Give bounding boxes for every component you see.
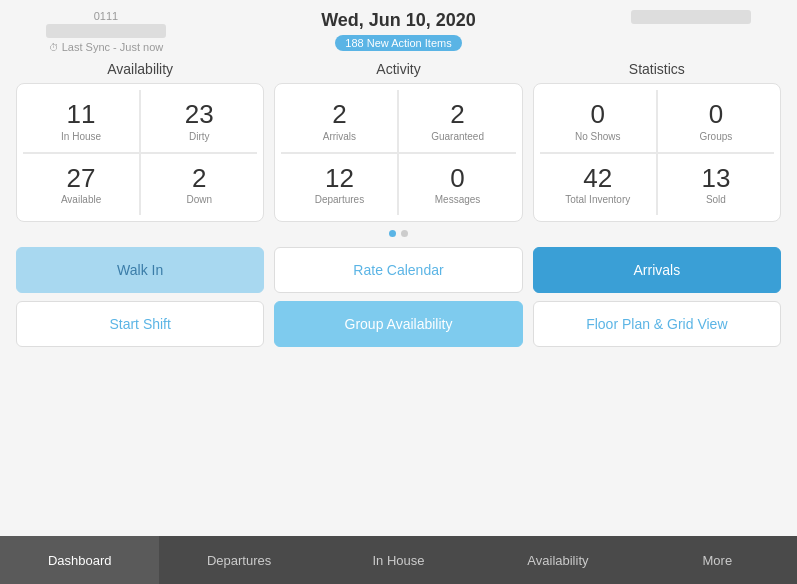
messages-value: 0: [450, 164, 464, 193]
available-label: Available: [61, 194, 101, 205]
activity-label: Activity: [274, 61, 522, 77]
carousel-dots: [16, 230, 781, 237]
stat-guaranteed: 2 Guaranteed: [398, 90, 515, 153]
main-content: 0111 ⏱ Last Sync - Just now Wed, Jun 10,…: [0, 0, 797, 536]
groups-value: 0: [709, 100, 723, 129]
stat-sold: 13 Sold: [657, 153, 774, 216]
buttons-row-2: Start Shift Group Availability Floor Pla…: [16, 301, 781, 347]
top-center: Wed, Jun 10, 2020 188 New Action Items: [321, 10, 476, 51]
top-right: [601, 10, 781, 27]
stat-groups: 0 Groups: [657, 90, 774, 153]
stat-down: 2 Down: [140, 153, 257, 216]
messages-label: Messages: [435, 194, 481, 205]
rate-calendar-button[interactable]: Rate Calendar: [274, 247, 522, 293]
start-shift-button[interactable]: Start Shift: [16, 301, 264, 347]
section-labels-row: Availability Activity Statistics: [16, 61, 781, 77]
activity-panel: 2 Arrivals 2 Guaranteed 12 Departures 0 …: [274, 83, 522, 222]
stats-grid: 11 In House 23 Dirty 27 Available 2 Down…: [16, 83, 781, 222]
sold-value: 13: [701, 164, 730, 193]
dot-2[interactable]: [401, 230, 408, 237]
guaranteed-label: Guaranteed: [431, 131, 484, 142]
stat-available: 27 Available: [23, 153, 140, 216]
dirty-value: 23: [185, 100, 214, 129]
tab-in-house[interactable]: In House: [319, 536, 478, 584]
departures-value: 12: [325, 164, 354, 193]
down-value: 2: [192, 164, 206, 193]
available-value: 27: [67, 164, 96, 193]
sync-label: Last Sync - Just now: [62, 41, 164, 53]
top-bar: 0111 ⏱ Last Sync - Just now Wed, Jun 10,…: [16, 10, 781, 53]
departures-label: Departures: [315, 194, 364, 205]
statistics-label: Statistics: [533, 61, 781, 77]
stat-total-inventory: 42 Total Inventory: [540, 153, 657, 216]
blurred-info-left: [46, 24, 166, 38]
buttons-row-1: Walk In Rate Calendar Arrivals: [16, 247, 781, 293]
down-label: Down: [186, 194, 212, 205]
no-shows-label: No Shows: [575, 131, 621, 142]
dirty-label: Dirty: [189, 131, 210, 142]
stat-departures: 12 Departures: [281, 153, 398, 216]
in-house-value: 11: [67, 100, 96, 129]
clock-icon: ⏱: [49, 42, 59, 53]
guaranteed-value: 2: [450, 100, 464, 129]
in-house-label: In House: [61, 131, 101, 142]
tab-departures[interactable]: Departures: [159, 536, 318, 584]
sync-status: ⏱ Last Sync - Just now: [49, 41, 164, 53]
availability-label: Availability: [16, 61, 264, 77]
tab-more[interactable]: More: [638, 536, 797, 584]
dot-1[interactable]: [389, 230, 396, 237]
total-inventory-label: Total Inventory: [565, 194, 630, 205]
arrivals-value: 2: [332, 100, 346, 129]
total-inventory-value: 42: [583, 164, 612, 193]
stat-in-house: 11 In House: [23, 90, 140, 153]
room-number: 0111: [94, 10, 118, 22]
floor-plan-button[interactable]: Floor Plan & Grid View: [533, 301, 781, 347]
top-left: 0111 ⏱ Last Sync - Just now: [16, 10, 196, 53]
stat-messages: 0 Messages: [398, 153, 515, 216]
group-availability-button[interactable]: Group Availability: [274, 301, 522, 347]
tab-dashboard[interactable]: Dashboard: [0, 536, 159, 584]
stat-arrivals: 2 Arrivals: [281, 90, 398, 153]
stat-no-shows: 0 No Shows: [540, 90, 657, 153]
arrivals-label: Arrivals: [323, 131, 356, 142]
date-display: Wed, Jun 10, 2020: [321, 10, 476, 31]
blurred-info-right: [631, 10, 751, 24]
groups-label: Groups: [700, 131, 733, 142]
arrivals-button[interactable]: Arrivals: [533, 247, 781, 293]
stat-dirty: 23 Dirty: [140, 90, 257, 153]
tab-bar: Dashboard Departures In House Availabili…: [0, 536, 797, 584]
no-shows-value: 0: [591, 100, 605, 129]
sold-label: Sold: [706, 194, 726, 205]
availability-panel: 11 In House 23 Dirty 27 Available 2 Down: [16, 83, 264, 222]
tab-availability[interactable]: Availability: [478, 536, 637, 584]
statistics-panel: 0 No Shows 0 Groups 42 Total Inventory 1…: [533, 83, 781, 222]
walk-in-button[interactable]: Walk In: [16, 247, 264, 293]
action-items-badge[interactable]: 188 New Action Items: [335, 35, 461, 51]
